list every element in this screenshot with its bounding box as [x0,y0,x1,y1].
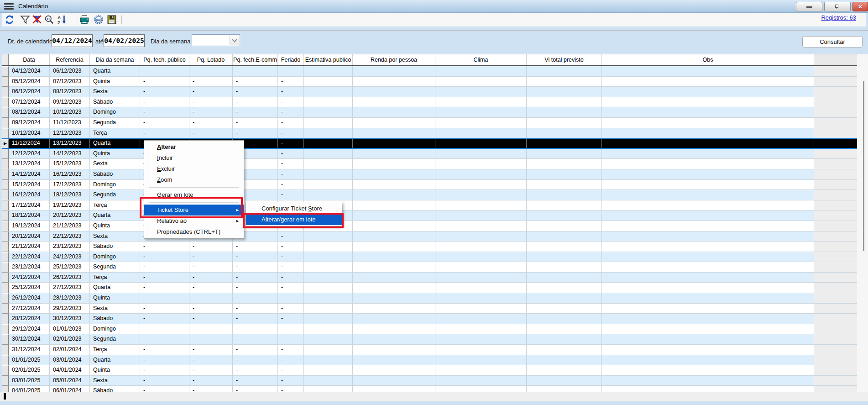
cell-renda_por_pessoa[interactable] [353,231,435,242]
table-row[interactable]: 06/12/202408/12/2023Sexta---- [2,87,857,97]
cell-renda_por_pessoa[interactable] [353,283,435,293]
cell-pq_fech_ecomm[interactable]: - [233,283,278,293]
cell-pq_fech_ecomm[interactable]: - [233,324,278,335]
cell-estimativa_publico[interactable] [304,283,353,293]
cell-pq_lotado[interactable]: - [189,77,233,87]
menu-item-gerar-em-lote[interactable]: Gerar em lote [144,189,244,200]
cell-pq_lotado[interactable]: - [189,273,233,283]
table-row[interactable]: 25/12/202427/12/2023Quarta---- [2,283,857,293]
cell-trailer[interactable] [814,252,857,263]
cell-clima[interactable] [435,293,527,304]
cell-obs[interactable] [602,365,814,376]
cell-obs[interactable] [602,334,814,345]
cell-data[interactable]: 30/12/2024 [9,334,50,345]
cell-feriado[interactable]: - [278,180,304,190]
column-header-pq_fech_publico[interactable]: Pq. fech. público [140,54,189,65]
cell-trailer[interactable] [814,139,857,148]
cell-trailer[interactable] [814,365,857,376]
cell-referencia[interactable]: 14/12/2023 [50,149,90,159]
cell-referencia[interactable]: 17/12/2023 [50,180,90,190]
cell-clima[interactable] [435,159,527,169]
cell-clima[interactable] [435,273,527,283]
table-row[interactable]: 12/12/202414/12/2023Quinta---- [2,149,857,159]
submenu-item-alterar-gerar-em-lote[interactable]: Alterar/gerar em lote [246,214,342,225]
cell-estimativa_publico[interactable] [304,345,353,355]
cell-pq_fech_ecomm[interactable]: - [233,107,278,118]
cell-dia[interactable]: Sexta [90,376,140,386]
cell-trailer[interactable] [814,87,857,97]
menu-item-alterar[interactable]: Alterar [144,142,244,153]
cell-data[interactable]: 28/12/2024 [9,314,50,324]
cell-vl_total_previsto[interactable] [527,87,602,97]
cell-referencia[interactable]: 21/12/2023 [50,221,90,231]
save-icon[interactable] [107,15,117,25]
cell-data[interactable]: 03/01/2025 [9,376,50,386]
cell-referencia[interactable]: 02/01/2023 [50,334,90,345]
cell-obs[interactable] [602,252,814,263]
cell-dia[interactable]: Quinta [90,221,140,231]
cell-pq_fech_publico[interactable]: - [140,365,189,376]
cell-referencia[interactable]: 04/01/2024 [50,365,90,376]
cell-pq_fech_publico[interactable]: - [140,107,189,118]
table-row[interactable]: 19/12/202421/12/2023Quinta---- [2,221,857,231]
cell-renda_por_pessoa[interactable] [353,314,435,324]
cell-pq_lotado[interactable]: - [189,304,233,314]
cell-pq_fech_ecomm[interactable]: - [233,273,278,283]
table-row[interactable]: 26/12/202428/12/2023Quinta---- [2,293,857,304]
column-header-feriado[interactable]: Feriado [278,54,304,65]
cell-renda_por_pessoa[interactable] [353,169,435,180]
cell-renda_por_pessoa[interactable] [353,262,435,273]
column-header-trailer[interactable] [814,54,857,65]
cell-data[interactable]: 22/12/2024 [9,252,50,263]
cell-clima[interactable] [435,128,527,139]
cell-feriado[interactable]: - [278,365,304,376]
row-selector[interactable] [2,97,9,108]
cell-pq_fech_publico[interactable]: - [140,304,189,314]
cell-vl_total_previsto[interactable] [527,97,602,108]
cell-referencia[interactable]: 30/12/2023 [50,314,90,324]
cell-renda_por_pessoa[interactable] [353,221,435,231]
cell-estimativa_publico[interactable] [304,355,353,366]
column-header-referencia[interactable]: Referencia [50,54,90,65]
cell-vl_total_previsto[interactable] [527,159,602,169]
row-selector[interactable] [2,149,9,159]
cell-feriado[interactable]: - [278,231,304,242]
cell-referencia[interactable]: 10/12/2023 [50,107,90,118]
cell-clima[interactable] [435,386,527,392]
cell-dia[interactable]: Sexta [90,304,140,314]
cell-trailer[interactable] [814,345,857,355]
cell-obs[interactable] [602,262,814,273]
cell-vl_total_previsto[interactable] [527,149,602,159]
cell-trailer[interactable] [814,376,857,386]
cell-pq_lotado[interactable]: - [189,118,233,128]
clear-filter-icon[interactable] [32,15,42,25]
cell-dia[interactable]: Quinta [90,77,140,87]
table-row[interactable]: 07/12/202409/12/2023Sábado---- [2,97,857,108]
cell-pq_lotado[interactable]: - [189,386,233,392]
column-header-dia[interactable]: Dia da semana [90,54,140,65]
cell-estimativa_publico[interactable] [304,149,353,159]
cell-vl_total_previsto[interactable] [527,324,602,335]
table-row[interactable]: 09/12/202411/12/2023Segunda---- [2,118,857,128]
cell-feriado[interactable]: - [278,159,304,169]
cell-obs[interactable] [602,87,814,97]
menu-item-ticket-store[interactable]: Ticket Store► [144,205,244,216]
cell-pq_fech_publico[interactable]: - [140,77,189,87]
cell-vl_total_previsto[interactable] [527,210,602,221]
cell-obs[interactable] [602,118,814,128]
cell-vl_total_previsto[interactable] [527,221,602,231]
cell-pq_fech_ecomm[interactable]: - [233,97,278,108]
cell-dia[interactable]: Sexta [90,159,140,169]
cell-data[interactable]: 01/01/2025 [9,355,50,366]
cell-data[interactable]: 12/12/2024 [9,149,50,159]
cell-trailer[interactable] [814,386,857,392]
cell-renda_por_pessoa[interactable] [353,242,435,252]
cell-renda_por_pessoa[interactable] [353,210,435,221]
cell-feriado[interactable]: - [278,262,304,273]
cell-renda_por_pessoa[interactable] [353,365,435,376]
table-row[interactable]: ▶11/12/202413/12/2023Quarta---- [2,138,857,149]
cell-vl_total_previsto[interactable] [527,345,602,355]
cell-renda_por_pessoa[interactable] [353,149,435,159]
cell-renda_por_pessoa[interactable] [353,355,435,366]
cell-trailer[interactable] [814,293,857,304]
